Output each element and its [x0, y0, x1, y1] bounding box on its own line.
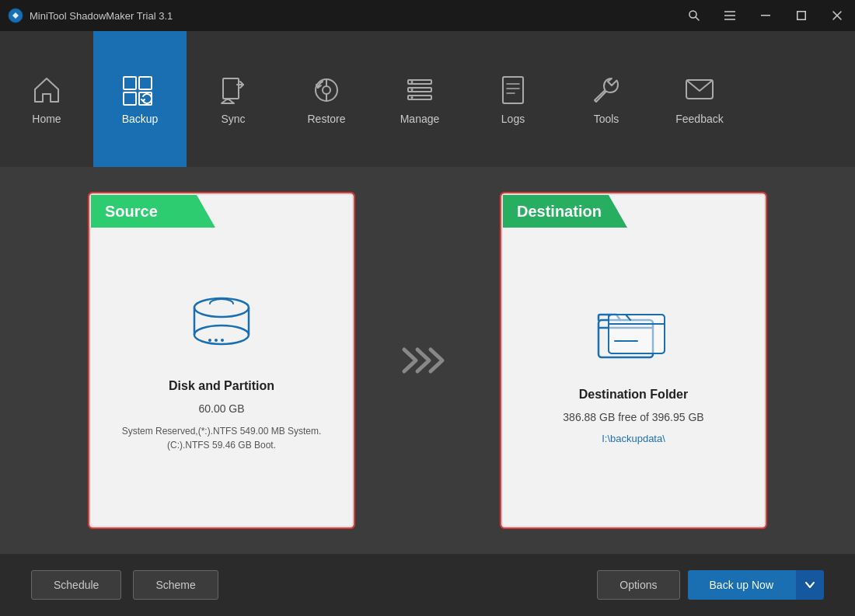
source-description: System Reserved,(*:).NTFS 549.00 MB Syst…	[106, 424, 337, 452]
destination-free-space: 386.88 GB free of 396.95 GB	[563, 411, 703, 423]
destination-header-text: Destination	[517, 203, 602, 221]
nav-item-restore[interactable]: Restore	[280, 31, 373, 167]
nav-item-tools[interactable]: Tools	[560, 31, 653, 167]
svg-point-33	[208, 339, 211, 342]
nav-item-sync[interactable]: Sync	[187, 31, 280, 167]
svg-point-22	[411, 96, 414, 99]
backup-now-dropdown[interactable]	[795, 570, 824, 600]
destination-header: Destination	[503, 195, 627, 228]
destination-path: I:\backupdata\	[602, 433, 665, 444]
nav-item-manage[interactable]: Manage	[373, 31, 466, 167]
bottom-right-buttons: Options Back up Now	[597, 570, 824, 600]
backup-now-group: Back up Now	[688, 570, 824, 600]
backup-now-button[interactable]: Back up Now	[688, 570, 795, 600]
forward-arrow-icon	[400, 343, 455, 378]
menu-button[interactable]	[712, 0, 748, 31]
nav-label-logs: Logs	[501, 113, 525, 125]
bottom-left-buttons: Schedule Scheme	[31, 570, 218, 600]
nav-label-feedback: Feedback	[675, 113, 723, 125]
svg-rect-12	[124, 92, 136, 105]
restore-icon	[310, 74, 343, 106]
svg-rect-7	[797, 12, 806, 20]
manage-icon	[403, 74, 436, 106]
backup-icon	[120, 74, 159, 106]
search-button[interactable]	[676, 0, 712, 31]
arrow-container	[400, 343, 455, 378]
nav-label-restore: Restore	[307, 113, 345, 125]
source-header-text: Source	[105, 203, 158, 221]
nav-label-sync: Sync	[221, 113, 245, 125]
disk-icon	[183, 292, 260, 354]
source-title: Disk and Partition	[169, 379, 274, 393]
window-title: MiniTool ShadowMaker Trial 3.1	[30, 10, 173, 22]
source-size: 60.00 GB	[198, 402, 244, 415]
svg-line-2	[696, 17, 699, 20]
home-icon	[30, 74, 63, 106]
svg-rect-29	[194, 308, 249, 335]
svg-point-28	[194, 298, 249, 317]
svg-point-34	[215, 339, 218, 342]
nav-item-feedback[interactable]: Feedback	[653, 31, 746, 167]
title-bar: MiniTool ShadowMaker Trial 3.1	[0, 0, 855, 31]
destination-card[interactable]: Destination Destination Folder 386.88 GB…	[501, 193, 766, 527]
nav-label-tools: Tools	[594, 113, 619, 125]
svg-point-16	[323, 86, 330, 94]
nav-item-home[interactable]: Home	[0, 31, 93, 167]
svg-point-20	[411, 81, 414, 83]
window-controls	[676, 0, 855, 31]
nav-item-logs[interactable]: Logs	[466, 31, 560, 167]
folder-icon	[595, 301, 672, 363]
options-button[interactable]: Options	[597, 570, 679, 600]
destination-content: Destination Folder 386.88 GB free of 396…	[563, 301, 703, 444]
svg-rect-14	[223, 78, 239, 99]
tools-icon	[590, 74, 623, 106]
close-button[interactable]	[819, 0, 855, 31]
sync-icon	[217, 74, 250, 106]
svg-rect-10	[124, 77, 136, 89]
bottom-bar: Schedule Scheme Options Back up Now	[0, 554, 855, 616]
logs-icon	[497, 74, 529, 106]
svg-point-35	[221, 339, 224, 342]
feedback-icon	[683, 74, 716, 106]
svg-rect-11	[139, 77, 152, 89]
svg-rect-6	[761, 15, 770, 16]
app-icon	[8, 8, 23, 23]
scheme-button[interactable]: Scheme	[133, 570, 218, 600]
schedule-button[interactable]: Schedule	[31, 570, 121, 600]
nav-bar: Home Backup Sync	[0, 31, 855, 167]
minimize-button[interactable]	[748, 0, 783, 31]
destination-title: Destination Folder	[579, 388, 688, 402]
svg-point-21	[411, 89, 414, 91]
source-content: Disk and Partition 60.00 GB System Reser…	[106, 292, 337, 452]
nav-label-backup: Backup	[122, 113, 159, 125]
svg-rect-37	[609, 315, 665, 353]
source-header: Source	[91, 195, 215, 228]
nav-item-backup[interactable]: Backup	[93, 31, 187, 167]
nav-label-home: Home	[32, 113, 61, 125]
nav-label-manage: Manage	[400, 113, 440, 125]
maximize-button[interactable]	[783, 0, 819, 31]
source-card[interactable]: Source Disk and Partition 60.00 GB Syste…	[89, 193, 354, 527]
svg-rect-23	[503, 77, 523, 103]
main-content: Source Disk and Partition 60.00 GB Syste…	[0, 167, 855, 554]
